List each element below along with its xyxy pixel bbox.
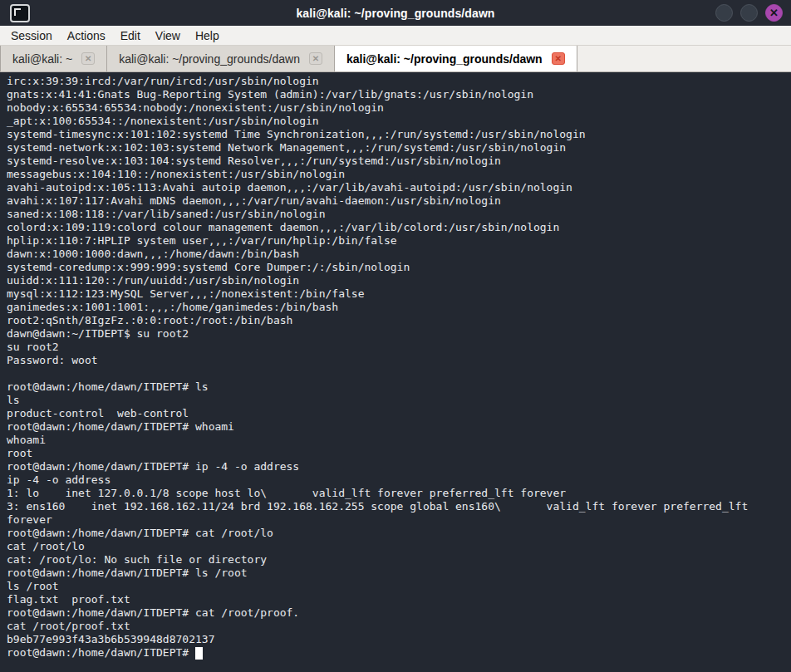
menu-help[interactable]: Help xyxy=(188,27,227,44)
terminal-line: colord:x:109:119:colord colour managemen… xyxy=(7,221,791,234)
terminal-line: systemd-network:x:102:103:systemd Networ… xyxy=(7,141,791,155)
terminal-line: root@dawn:/home/dawn/ITDEPT# ip -4 -o ad… xyxy=(7,460,791,473)
terminal-line: mysql:x:112:123:MySQL Server,,,:/nonexis… xyxy=(7,287,791,301)
terminal-line: nobody:x:65534:65534:nobody:/nonexistent… xyxy=(7,101,791,115)
titlebar[interactable]: kali@kali: ~/proving_grounds/dawn ✕ xyxy=(0,0,791,26)
terminal-line: 1: lo inet 127.0.0.1/8 scope host lo\ va… xyxy=(7,487,791,500)
terminal-line: root xyxy=(7,447,791,460)
terminal-line: Password: woot xyxy=(7,354,791,367)
terminal-line: systemd-coredump:x:999:999:systemd Core … xyxy=(7,261,791,274)
tabbar-empty-area xyxy=(577,46,791,71)
close-button[interactable]: ✕ xyxy=(765,4,783,22)
terminal-line: product-control web-control xyxy=(7,407,791,420)
window-controls: ✕ xyxy=(715,4,791,22)
window-title: kali@kali: ~/proving_grounds/dawn xyxy=(0,7,791,20)
terminal-line: messagebus:x:104:110::/nonexistent:/usr/… xyxy=(7,168,791,181)
terminal-line: b9eb77e993f43a3b6b539948d8702137 xyxy=(7,633,791,646)
terminal-scrollback: irc:x:39:39:ircd:/var/run/ircd:/usr/sbin… xyxy=(7,75,791,646)
terminal-cursor xyxy=(195,647,203,660)
terminal-line: cat /root/proof.txt xyxy=(7,620,791,633)
terminal[interactable]: irc:x:39:39:ircd:/var/run/ircd:/usr/sbin… xyxy=(0,72,791,672)
tab-close-icon[interactable]: ✕ xyxy=(81,52,95,65)
terminal-line: avahi-autoipd:x:105:113:Avahi autoip dae… xyxy=(7,181,791,194)
terminal-line: 3: ens160 inet 192.168.162.11/24 brd 192… xyxy=(7,500,791,513)
terminal-window: kali@kali: ~/proving_grounds/dawn ✕ Sess… xyxy=(0,0,791,672)
terminal-line: avahi:x:107:117:Avahi mDNS daemon,,,:/va… xyxy=(7,194,791,208)
terminal-line: root@dawn:/home/dawn/ITDEPT# cat /root/p… xyxy=(7,606,791,620)
menubar: Session Actions Edit View Help xyxy=(0,26,791,46)
tab-home[interactable]: kali@kali: ~ ✕ xyxy=(0,46,107,71)
terminal-line: su root2 xyxy=(7,341,791,354)
terminal-line: forever xyxy=(7,513,791,527)
tab-proving-grounds-dawn-2-active[interactable]: kali@kali: ~/proving_grounds/dawn ✕ xyxy=(335,46,577,71)
terminal-line: cat: /root/lo: No such file or directory xyxy=(7,553,791,567)
terminal-line: root@dawn:/home/dawn/ITDEPT# whoami xyxy=(7,420,791,434)
close-icon: ✕ xyxy=(769,7,779,18)
terminal-line: ip -4 -o address xyxy=(7,473,791,487)
tab-close-icon[interactable]: ✕ xyxy=(309,52,322,65)
terminal-line: dawn@dawn:~/ITDEPT$ su root2 xyxy=(7,327,791,341)
terminal-line: flag.txt proof.txt xyxy=(7,593,791,606)
shell-prompt: root@dawn:/home/dawn/ITDEPT# xyxy=(7,646,195,660)
terminal-line: whoami xyxy=(7,434,791,447)
tab-label: kali@kali: ~/proving_grounds/dawn xyxy=(119,52,300,66)
terminal-line: root@dawn:/home/dawn/ITDEPT# cat /root/l… xyxy=(7,527,791,540)
tab-close-icon[interactable]: ✕ xyxy=(552,52,565,65)
terminal-line: _apt:x:100:65534::/nonexistent:/usr/sbin… xyxy=(7,115,791,128)
tabbar: kali@kali: ~ ✕ kali@kali: ~/proving_grou… xyxy=(0,46,791,72)
menu-view[interactable]: View xyxy=(148,27,188,44)
terminal-prompt-line: root@dawn:/home/dawn/ITDEPT# xyxy=(7,646,791,660)
maximize-button[interactable] xyxy=(740,4,758,22)
tab-label: kali@kali: ~/proving_grounds/dawn xyxy=(346,52,543,66)
tab-label: kali@kali: ~ xyxy=(12,52,72,66)
terminal-line: uuidd:x:111:120::/run/uuidd:/usr/sbin/no… xyxy=(7,274,791,287)
menu-actions[interactable]: Actions xyxy=(60,27,113,44)
minimize-button[interactable] xyxy=(715,4,733,22)
terminal-line: ganimedes:x:1001:1001:,,,:/home/ganimede… xyxy=(7,301,791,314)
terminal-line: systemd-timesync:x:101:102:systemd Time … xyxy=(7,128,791,141)
terminal-line: hplip:x:110:7:HPLIP system user,,,:/var/… xyxy=(7,234,791,248)
terminal-line: cat /root/lo xyxy=(7,540,791,553)
menu-edit[interactable]: Edit xyxy=(113,27,148,44)
terminal-line: saned:x:108:118::/var/lib/saned:/usr/sbi… xyxy=(7,208,791,221)
terminal-line: gnats:x:41:41:Gnats Bug-Reporting System… xyxy=(7,88,791,101)
terminal-line: root2:qSnth/8IgzFz.:0:0:root:/root:/bin/… xyxy=(7,314,791,327)
tab-proving-grounds-dawn-1[interactable]: kali@kali: ~/proving_grounds/dawn ✕ xyxy=(107,46,335,71)
terminal-line: irc:x:39:39:ircd:/var/run/ircd:/usr/sbin… xyxy=(7,75,791,88)
terminal-line: dawn:x:1000:1000:dawn,,,:/home/dawn:/bin… xyxy=(7,248,791,261)
terminal-line: root@dawn:/home/dawn/ITDEPT# ls /root xyxy=(7,567,791,580)
menu-session[interactable]: Session xyxy=(3,27,60,44)
terminal-line: root@dawn:/home/dawn/ITDEPT# ls xyxy=(7,380,791,394)
terminal-line: systemd-resolve:x:103:104:systemd Resolv… xyxy=(7,155,791,168)
terminal-line xyxy=(7,367,791,380)
terminal-line: ls xyxy=(7,394,791,407)
terminal-line: ls /root xyxy=(7,580,791,593)
